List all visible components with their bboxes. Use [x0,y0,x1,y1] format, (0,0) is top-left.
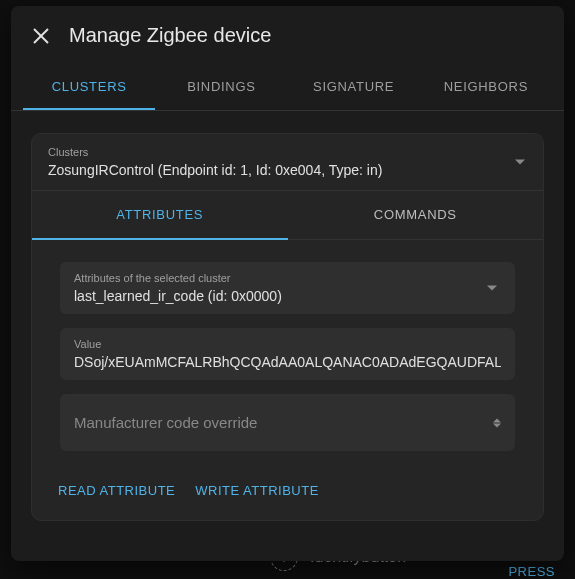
main-tabs: CLUSTERS BINDINGS SIGNATURE NEIGHBORS [11,65,564,111]
write-attribute-button[interactable]: WRITE ATTRIBUTE [195,483,319,498]
cluster-select-label: Clusters [48,146,527,158]
fields-area: Attributes of the selected cluster last_… [32,240,543,451]
sub-tab-attributes[interactable]: ATTRIBUTES [32,191,288,240]
modal-header: Manage Zigbee device [11,6,564,65]
sub-tabs: ATTRIBUTES COMMANDS [32,190,543,240]
value-field-label: Value [74,338,501,350]
attribute-select-value: last_learned_ir_code (id: 0x0000) [74,288,501,304]
number-spinner-icon[interactable] [493,418,501,427]
modal-title: Manage Zigbee device [69,24,271,47]
read-attribute-button[interactable]: READ ATTRIBUTE [58,483,175,498]
action-buttons: READ ATTRIBUTE WRITE ATTRIBUTE [32,465,543,520]
close-icon[interactable] [31,26,51,46]
cluster-select-value: ZosungIRControl (Endpoint id: 1, Id: 0xe… [48,162,527,178]
tab-neighbors[interactable]: NEIGHBORS [420,65,552,110]
tab-clusters[interactable]: CLUSTERS [23,65,155,110]
attribute-select[interactable]: Attributes of the selected cluster last_… [60,262,515,314]
manufacturer-override-placeholder: Manufacturer code override [74,414,501,431]
value-field-value: DSoj/xEUAmMCFALRBhQCQAdAA0ALQANAC0ADAdEG… [74,354,501,370]
chevron-down-icon [487,286,497,291]
tab-signature[interactable]: SIGNATURE [288,65,420,110]
press-button[interactable]: PRESS [508,564,555,579]
attribute-select-label: Attributes of the selected cluster [74,272,501,284]
tab-bindings[interactable]: BINDINGS [155,65,287,110]
chevron-down-icon [515,160,525,165]
manage-device-modal: Manage Zigbee device CLUSTERS BINDINGS S… [11,6,564,561]
sub-tab-commands[interactable]: COMMANDS [288,191,544,240]
cluster-select[interactable]: Clusters ZosungIRControl (Endpoint id: 1… [32,134,543,190]
value-field[interactable]: Value DSoj/xEUAmMCFALRBhQCQAdAA0ALQANAC0… [60,328,515,380]
cluster-panel: Clusters ZosungIRControl (Endpoint id: 1… [31,133,544,521]
manufacturer-override-field[interactable]: Manufacturer code override [60,394,515,451]
